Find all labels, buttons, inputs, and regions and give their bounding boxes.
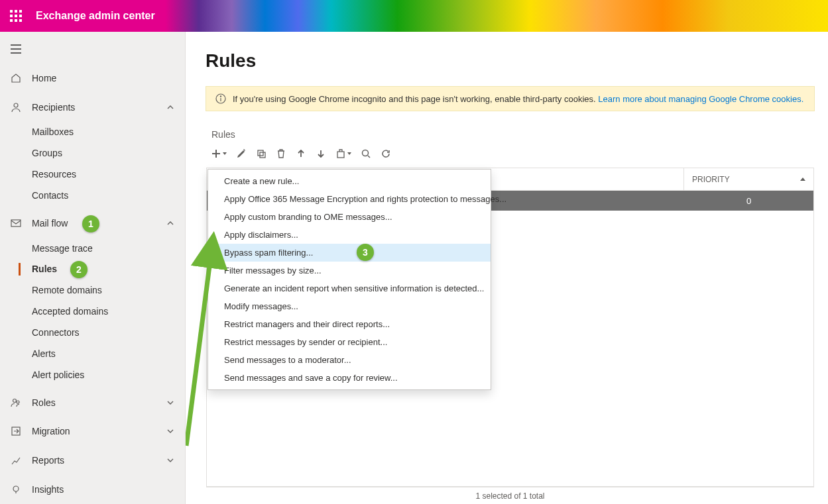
sidebar-item-roles[interactable]: Roles <box>0 388 185 417</box>
sidebar-item-recipients[interactable]: Recipients <box>0 93 185 122</box>
refresh-button[interactable] <box>379 146 393 161</box>
info-banner-text: If you're using Google Chrome incognito … <box>233 94 803 104</box>
sidebar-item-label: Recipients <box>32 102 165 113</box>
info-banner: If you're using Google Chrome incognito … <box>206 86 815 111</box>
svg-rect-2 <box>19 10 22 13</box>
home-icon <box>9 72 23 85</box>
dropdown-item-save-copy[interactable]: Send messages and save a copy for review… <box>208 369 491 387</box>
dropdown-item-branding[interactable]: Apply custom branding to OME messages... <box>208 208 491 226</box>
movedown-button[interactable] <box>314 146 328 161</box>
add-rule-dropdown: Create a new rule... Apply Office 365 Me… <box>207 169 491 390</box>
sidebar-sub-mailboxes[interactable]: Mailboxes <box>0 121 185 142</box>
svg-point-12 <box>14 103 18 107</box>
info-banner-link[interactable]: Learn more about managing Google Chrome … <box>598 94 803 104</box>
plus-icon <box>211 149 221 158</box>
roles-icon <box>9 396 23 409</box>
main-content: Rules If you're using Google Chrome inco… <box>186 32 828 504</box>
app-launcher-button[interactable] <box>0 0 32 32</box>
sidebar-toggle-button[interactable] <box>0 34 32 64</box>
dropdown-item-restrict-sender[interactable]: Restrict messages by sender or recipient… <box>208 333 491 351</box>
chevron-down-icon <box>165 455 176 466</box>
dropdown-item-incident[interactable]: Generate an incident report when sensiti… <box>208 279 491 297</box>
pencil-icon <box>237 149 246 158</box>
dropdown-item-modify[interactable]: Modify messages... <box>208 297 491 315</box>
sidebar-sub-rules[interactable]: Rules 2 <box>0 259 185 280</box>
svg-point-20 <box>220 96 221 97</box>
rule-priority-cell: 0 <box>684 196 813 206</box>
more-options-button[interactable] <box>333 146 353 161</box>
sidebar-item-reports[interactable]: Reports <box>0 446 185 475</box>
sidebar-item-label: Alert policies <box>32 370 84 380</box>
dropdown-item-bypass-spam[interactable]: Bypass spam filtering... 3 <box>208 244 491 262</box>
sidebar-item-label: Message trace <box>32 243 93 254</box>
svg-rect-1 <box>15 10 17 13</box>
chevron-down-icon <box>165 426 176 436</box>
sidebar-item-label: Contacts <box>32 190 68 201</box>
annotation-badge-3: 3 <box>357 244 374 261</box>
svg-rect-7 <box>15 19 17 22</box>
sidebar-item-label: Migration <box>32 426 165 436</box>
svg-point-14 <box>13 399 17 402</box>
svg-rect-0 <box>10 10 13 13</box>
selection-status: 1 selected of 1 total <box>206 487 814 503</box>
sidebar-item-label: Roles <box>32 397 165 408</box>
sidebar-item-label: Accepted domains <box>32 306 108 317</box>
hamburger-icon <box>11 44 21 54</box>
dropdown-item-label: Bypass spam filtering... <box>224 248 313 258</box>
sidebar-sub-accepteddomains[interactable]: Accepted domains <box>0 301 185 322</box>
sidebar-item-label: Groups <box>32 148 62 158</box>
svg-point-17 <box>13 486 19 491</box>
sidebar-sub-contacts[interactable]: Contacts <box>0 185 185 206</box>
info-banner-message: If you're using Google Chrome incognito … <box>233 94 598 104</box>
sidebar-sub-messagetrace[interactable]: Message trace <box>0 238 185 259</box>
search-button[interactable] <box>359 146 373 161</box>
svg-rect-23 <box>258 150 263 156</box>
copy-icon <box>257 149 266 158</box>
sidebar-sub-alertpolicies[interactable]: Alert policies <box>0 364 185 385</box>
sidebar-item-migration[interactable]: Migration <box>0 417 185 446</box>
sort-ascending-icon <box>800 177 805 181</box>
dropdown-item-filter-size[interactable]: Filter messages by size... <box>208 262 491 279</box>
dropdown-item-encryption[interactable]: Apply Office 365 Message Encryption and … <box>208 190 491 208</box>
app-header: Exchange admin center <box>0 0 828 32</box>
dropdown-item-moderator[interactable]: Send messages to a moderator... <box>208 351 491 369</box>
sidebar-sub-groups[interactable]: Groups <box>0 142 185 164</box>
person-icon <box>9 101 23 114</box>
annotation-badge-1: 1 <box>82 215 99 232</box>
svg-rect-8 <box>19 19 22 22</box>
delete-button[interactable] <box>274 146 288 161</box>
svg-rect-13 <box>11 220 21 227</box>
sidebar-item-insights[interactable]: Insights <box>0 475 185 504</box>
moveup-button[interactable] <box>294 146 308 161</box>
sidebar-sub-resources[interactable]: Resources <box>0 164 185 185</box>
edit-button[interactable] <box>234 146 249 161</box>
caret-down-icon <box>223 152 227 155</box>
chevron-up-icon <box>165 102 176 113</box>
dropdown-item-restrict-managers[interactable]: Restrict managers and their direct repor… <box>208 315 491 333</box>
sidebar-sub-alerts[interactable]: Alerts <box>0 343 185 364</box>
app-title: Exchange admin center <box>32 10 155 22</box>
sidebar-item-mailflow[interactable]: Mail flow 1 <box>0 209 185 238</box>
waffle-icon <box>10 10 22 22</box>
sidebar-item-label: Rules <box>32 264 57 274</box>
chevron-up-icon <box>165 218 176 228</box>
migration-icon <box>9 425 23 438</box>
sidebar-sub-remotedomains[interactable]: Remote domains <box>0 279 185 301</box>
svg-rect-4 <box>15 15 17 17</box>
mail-icon <box>9 217 23 230</box>
sidebar: Home Recipients Mailboxes Groups Resourc… <box>0 32 186 504</box>
svg-line-27 <box>368 156 370 158</box>
copy-button[interactable] <box>254 146 268 161</box>
rules-section-label: Rules <box>206 128 814 144</box>
dropdown-item-disclaimers[interactable]: Apply disclaimers... <box>208 226 491 244</box>
sidebar-sub-connectors[interactable]: Connectors <box>0 322 185 343</box>
sidebar-item-label: Remote domains <box>32 285 102 295</box>
column-header-priority[interactable]: PRIORITY <box>684 168 813 190</box>
svg-point-15 <box>17 401 19 403</box>
sidebar-item-label: Insights <box>32 484 176 495</box>
sidebar-item-home[interactable]: Home <box>0 64 185 93</box>
add-rule-button[interactable] <box>209 146 229 161</box>
caret-down-icon <box>347 152 351 155</box>
dropdown-item-create[interactable]: Create a new rule... <box>208 172 491 190</box>
sidebar-item-label: Home <box>32 73 176 83</box>
